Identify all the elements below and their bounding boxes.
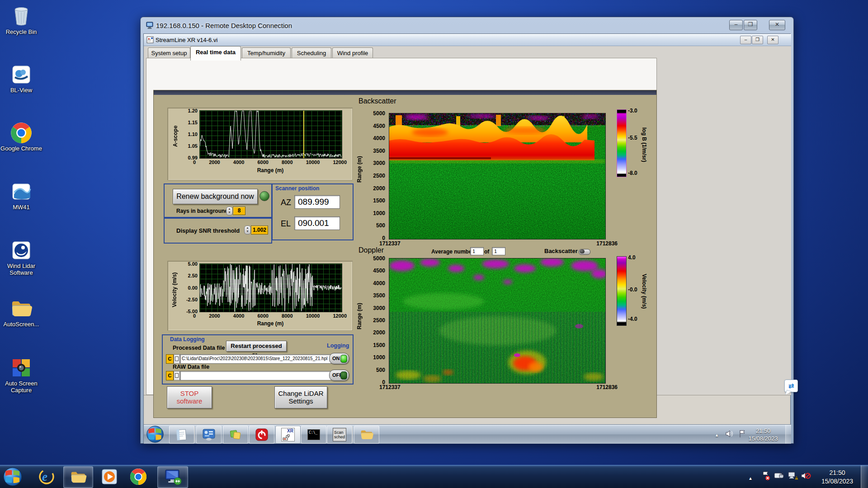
- tray-chevron[interactable]: ▲: [748, 474, 753, 482]
- rdp-maximize-button[interactable]: ❐: [744, 20, 757, 30]
- remote-tray-chevron[interactable]: ▲: [715, 431, 719, 438]
- desktop-icon-wind-lidar-software[interactable]: Wind Lidar Software: [0, 239, 42, 276]
- remote-taskbar-display-settings[interactable]: [196, 426, 222, 444]
- desktop-icon-bl-view[interactable]: BL-View: [0, 64, 42, 94]
- ascope-y-axis-label: A-scope: [172, 122, 179, 150]
- velocity-graph-box: Velocity (m/s) 5.002.500.00-2.50-5.00 02…: [167, 261, 353, 331]
- tick-label: 8000: [282, 313, 292, 319]
- remote-taskbar-explorer[interactable]: [354, 426, 379, 444]
- remote-taskbar-notepad[interactable]: [169, 426, 194, 444]
- app-restore-button[interactable]: ❐: [752, 36, 763, 44]
- remote-tray-clock[interactable]: 21:50 15/08/2023: [745, 427, 781, 442]
- remote-tray-volume-icon[interactable]: [725, 430, 733, 440]
- background-control-group: Renew background now Rays in background …: [164, 183, 272, 219]
- clock-time: 21:50: [817, 469, 857, 477]
- desktop-icon-mw41[interactable]: MW41: [0, 181, 42, 211]
- raw-drive-box[interactable]: C: [166, 371, 174, 380]
- rdp-titlebar[interactable]: 192.168.0.150 - Remote Desktop Connectio…: [141, 17, 793, 33]
- remote-taskbar-show-windows[interactable]: [223, 426, 248, 444]
- rays-spinner[interactable]: ▲▼: [226, 206, 233, 216]
- stop-line1: STOP: [167, 389, 212, 397]
- tick-label: 500: [376, 367, 385, 373]
- backscatter-y-ticks: 5000450040003500300025002000150010005000: [364, 110, 385, 241]
- tick-label: 1.20: [188, 108, 198, 113]
- change-lidar-settings-button[interactable]: Change LiDAR Settings: [274, 386, 327, 408]
- restart-processed-file-button[interactable]: Restart processed file: [226, 341, 287, 352]
- raw-path-field[interactable]: [180, 371, 331, 380]
- show-desktop-button[interactable]: [861, 465, 868, 488]
- tray-network-icon[interactable]: [788, 471, 798, 482]
- raw-data-file-label: RAW Data file: [173, 364, 209, 370]
- tab-real-time-data[interactable]: Real time data: [190, 46, 241, 61]
- tick-label: 10000: [306, 160, 320, 165]
- mw41-icon: [10, 181, 32, 202]
- velocity-y-axis-label: Velocity (m/s): [171, 269, 178, 310]
- renew-background-button[interactable]: Renew background now: [173, 189, 258, 204]
- el-value[interactable]: 090.001: [294, 216, 340, 230]
- tick-label: 3000: [373, 160, 385, 166]
- remote-taskbar-command-prompt[interactable]: C:\_: [301, 426, 326, 444]
- tray-battery-icon[interactable]: [774, 471, 785, 482]
- tick-label: 2000: [209, 160, 220, 165]
- remote-taskbar-power-stop[interactable]: [249, 426, 274, 444]
- stop-software-button[interactable]: STOP software: [167, 386, 212, 408]
- average-number-label: Average number: [431, 249, 474, 255]
- processed-drive-box[interactable]: C: [166, 354, 174, 364]
- tick-label: 2500: [373, 173, 385, 179]
- processed-path-field[interactable]: C:\Lidar\Data\Proc\2023\202308\20230815\…: [180, 354, 331, 364]
- taskbar-windows-explorer[interactable]: [63, 466, 93, 488]
- doppler-cb-tick-mid: -0.0: [628, 286, 637, 293]
- backscatter-title: Backscatter: [359, 97, 396, 105]
- snr-value[interactable]: 1.002: [251, 225, 268, 235]
- tick-label: 4000: [233, 313, 244, 319]
- app-minimize-button[interactable]: –: [740, 36, 751, 44]
- tick-label: 8000: [282, 160, 292, 165]
- rays-in-background-label: Rays in background: [176, 208, 228, 214]
- tick-label: 3500: [373, 148, 385, 154]
- tray-volume-muted-icon[interactable]: [801, 471, 811, 482]
- desktop-icon-auto-screen-capture[interactable]: Auto Screen Capture: [0, 357, 42, 394]
- raw-logging-toggle[interactable]: OFF: [329, 370, 349, 381]
- taskbar-chrome[interactable]: [127, 466, 150, 487]
- backscatter-toggle-switch[interactable]: [579, 249, 590, 255]
- taskbar-remote-desktop[interactable]: [157, 466, 188, 488]
- taskbar-media-player[interactable]: [98, 466, 121, 487]
- desktop-icon-google-chrome[interactable]: Google Chrome: [0, 122, 42, 152]
- data-logging-title: Data Logging: [170, 336, 205, 343]
- az-value[interactable]: 089.999: [294, 195, 340, 209]
- tick-label: 2000: [209, 313, 220, 319]
- tray-clock[interactable]: 21:50 15/08/2023: [817, 469, 857, 486]
- start-button[interactable]: [3, 467, 23, 487]
- remote-start-button[interactable]: [146, 425, 164, 443]
- remote-taskbar-streamline-xr[interactable]: XR: [275, 426, 301, 444]
- tick-label: 6000: [257, 313, 268, 319]
- desktop-icon-recycle-bin[interactable]: Recycle Bin: [0, 5, 42, 35]
- notepad-icon: [176, 428, 188, 441]
- rdp-close-button[interactable]: ✕: [769, 20, 785, 30]
- app-close-button[interactable]: ✕: [767, 36, 778, 44]
- remote-show-desktop-button[interactable]: [785, 425, 791, 444]
- internet-explorer-icon: e: [38, 468, 55, 485]
- processed-data-file-label: Processed Data file: [173, 345, 225, 351]
- ascope-x-ticks: 020004000600080001000012000: [193, 160, 347, 165]
- rays-value[interactable]: 8: [233, 206, 245, 215]
- ascope-cursor-line[interactable]: [303, 111, 304, 158]
- tick-label: 1.15: [188, 120, 198, 125]
- remote-taskbar-scan-scheduler[interactable]: Scan sched: [327, 426, 352, 444]
- processed-logging-toggle[interactable]: ON: [329, 353, 349, 364]
- desktop-icon-autoscreen-folder[interactable]: AutoScreen...: [0, 298, 42, 328]
- app-window-title: StreamLine XR v14-6.vi: [156, 37, 217, 43]
- velocity-y-ticks: 5.002.500.00-2.50-5.00: [179, 261, 198, 314]
- tray-action-center-icon[interactable]: [761, 471, 770, 483]
- app-titlebar[interactable]: StreamLine XR v14-6.vi – ❐ ✕: [144, 34, 791, 46]
- processed-browse-button[interactable]: [174, 354, 180, 364]
- rdp-minimize-button[interactable]: –: [729, 20, 743, 30]
- tick-label: 4000: [373, 135, 385, 141]
- raw-browse-button[interactable]: [174, 371, 180, 380]
- streamline-app-window: StreamLine XR v14-6.vi – ❐ ✕ System setu…: [144, 34, 791, 395]
- snr-spinner[interactable]: ▲▼: [244, 225, 251, 235]
- corner-notification[interactable]: ⇄: [784, 380, 798, 396]
- sync-arrows-icon[interactable]: ⇄: [784, 380, 798, 392]
- taskbar-internet-explorer[interactable]: e: [35, 466, 58, 487]
- average-number-value[interactable]: 1: [470, 247, 484, 255]
